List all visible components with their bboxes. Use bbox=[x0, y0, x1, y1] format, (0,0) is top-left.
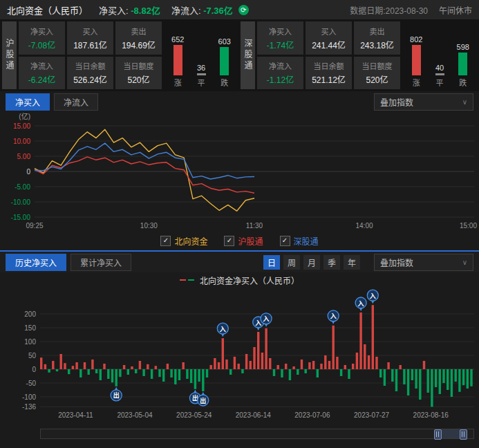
up-count-column: 652涨 bbox=[171, 35, 184, 88]
svg-text:2023-06-14: 2023-06-14 bbox=[236, 411, 272, 419]
date-range-slider[interactable] bbox=[40, 429, 474, 439]
checkbox-shengutong[interactable]: ✓ bbox=[280, 236, 290, 246]
stat-label: 卖出 bbox=[370, 26, 385, 37]
intraday-chart[interactable]: 15.0010.005.000-5.00-10.00-15.0009:2510:… bbox=[0, 112, 479, 231]
stat-value: 187.61亿 bbox=[73, 39, 107, 50]
slider-handle-left[interactable] bbox=[434, 429, 442, 440]
tab-cumulative-net-buy[interactable]: 累计净买入 bbox=[71, 254, 131, 271]
data-date: 数据日期:2023-08-30 bbox=[350, 4, 428, 16]
legend-label: 深股通 bbox=[294, 235, 319, 247]
legend-item-hugutong[interactable]: ✓沪股通 bbox=[224, 235, 263, 247]
stat-label: 净买入 bbox=[269, 26, 292, 37]
tab-history-net-buy[interactable]: 历史净买入 bbox=[6, 254, 66, 271]
period-day-button[interactable]: 日 bbox=[263, 255, 280, 270]
flat-bar bbox=[435, 73, 444, 75]
panel-hugutong-name: 沪股通 bbox=[2, 21, 17, 89]
tab-net-buy[interactable]: 净买入 bbox=[6, 93, 50, 111]
history-net-buy-chart[interactable]: 200150100500-50-100-1362023-04-112023-05… bbox=[0, 288, 479, 423]
svg-text:0: 0 bbox=[26, 168, 30, 176]
svg-text:200: 200 bbox=[24, 310, 36, 318]
page-title: 北向资金（人民币） bbox=[7, 3, 88, 17]
svg-text:-100: -100 bbox=[22, 393, 36, 401]
stat-value: -1.12亿 bbox=[267, 73, 294, 85]
net-inflow-label: 净流入: bbox=[171, 6, 201, 16]
overlay-index-dropdown[interactable]: 叠加指数 ∨ bbox=[374, 93, 473, 111]
legend-item-shengutong[interactable]: ✓深股通 bbox=[280, 235, 319, 247]
down-count-column: 598跌 bbox=[457, 43, 469, 88]
flat-count-column: 40平 bbox=[435, 64, 444, 88]
stat-value: 521.12亿 bbox=[312, 73, 346, 85]
legend-label: 北向资金 bbox=[174, 235, 207, 247]
connect-panels: 沪股通 净买入-7.08亿 买入187.61亿 卖出194.69亿 净流入-6.… bbox=[0, 19, 479, 91]
stat-cell: 卖出243.18亿 bbox=[354, 21, 400, 55]
stat-label: 当日额度 bbox=[124, 60, 154, 71]
stat-label: 买入 bbox=[83, 26, 98, 37]
stat-cell: 当日额度520亿 bbox=[115, 57, 162, 90]
svg-text:2023-08-16: 2023-08-16 bbox=[413, 411, 449, 419]
svg-text:10.00: 10.00 bbox=[13, 138, 30, 145]
tab-net-inflow[interactable]: 净流入 bbox=[54, 93, 98, 111]
svg-text:入: 入 bbox=[357, 300, 364, 307]
refresh-icon[interactable]: ⟳ bbox=[238, 5, 249, 15]
legend-item-beixiang[interactable]: ✓北向资金 bbox=[160, 235, 207, 247]
svg-text:150: 150 bbox=[24, 324, 36, 332]
svg-text:14:00: 14:00 bbox=[355, 222, 373, 230]
overlay-index-label: 叠加指数 bbox=[380, 256, 413, 268]
chevron-down-icon: ∨ bbox=[462, 259, 467, 266]
svg-text:2023-04-11: 2023-04-11 bbox=[58, 411, 93, 419]
down-label: 跌 bbox=[459, 77, 467, 88]
svg-text:50: 50 bbox=[28, 352, 37, 360]
legend-label: 沪股通 bbox=[238, 235, 263, 247]
period-quarter-button[interactable]: 季 bbox=[323, 255, 340, 270]
svg-text:15:00: 15:00 bbox=[460, 222, 477, 230]
overlay-index-dropdown-2[interactable]: 叠加指数 ∨ bbox=[374, 254, 473, 271]
panel-shengutong-name: 深股通 bbox=[241, 21, 255, 89]
svg-text:-5.00: -5.00 bbox=[15, 183, 30, 191]
stat-cell: 卖出194.69亿 bbox=[115, 21, 162, 55]
svg-text:-50: -50 bbox=[26, 380, 37, 387]
up-bar bbox=[173, 45, 182, 75]
svg-text:-136: -136 bbox=[22, 403, 36, 411]
up-label: 涨 bbox=[413, 77, 420, 88]
flat-count: 40 bbox=[435, 64, 444, 72]
header-bar: 北向资金（人民币） 净买入: -8.82亿 净流入: -7.36亿 ⟳ 数据日期… bbox=[0, 0, 479, 19]
period-month-button[interactable]: 月 bbox=[303, 255, 320, 270]
period-year-button[interactable]: 年 bbox=[344, 255, 360, 270]
shengutong-breadth-chart: 802涨 40平 598跌 bbox=[402, 21, 477, 89]
market-status: 午间休市 bbox=[439, 4, 472, 16]
slider-handle-right[interactable] bbox=[460, 429, 467, 440]
stat-cell: 当日余额526.24亿 bbox=[67, 57, 113, 90]
stat-value: -1.74亿 bbox=[267, 39, 294, 50]
checkbox-hugutong[interactable]: ✓ bbox=[224, 236, 234, 246]
checkbox-beixiang[interactable]: ✓ bbox=[160, 236, 171, 246]
stat-cell: 净买入-7.08亿 bbox=[19, 21, 65, 55]
stat-label: 净流入 bbox=[269, 60, 292, 71]
hugutong-stats: 净买入-7.08亿 买入187.61亿 卖出194.69亿 净流入-6.24亿 … bbox=[19, 21, 162, 89]
svg-text:2023-05-24: 2023-05-24 bbox=[176, 411, 212, 419]
stat-value: 243.18亿 bbox=[360, 39, 394, 50]
stat-label: 买入 bbox=[321, 26, 337, 37]
stat-value: 520亿 bbox=[366, 73, 388, 85]
stat-label: 净买入 bbox=[30, 26, 53, 37]
flat-count: 36 bbox=[197, 64, 205, 72]
panel-hugutong: 沪股通 净买入-7.08亿 买入187.61亿 卖出194.69亿 净流入-6.… bbox=[2, 21, 238, 89]
stat-label: 当日余额 bbox=[314, 60, 344, 71]
intraday-legend: ✓北向资金 ✓沪股通 ✓深股通 bbox=[0, 231, 479, 250]
hugutong-breadth-chart: 652涨 36平 603跌 bbox=[164, 21, 238, 89]
flow-tabs-row: 净买入 净流入 叠加指数 ∨ bbox=[0, 91, 479, 112]
svg-text:5.00: 5.00 bbox=[17, 153, 31, 160]
svg-text:入: 入 bbox=[369, 292, 376, 299]
panel-shengutong: 深股通 净买入-1.74亿 买入241.44亿 卖出243.18亿 净流入-1.… bbox=[241, 21, 477, 89]
down-count: 603 bbox=[218, 37, 231, 46]
legend-dash-red bbox=[180, 279, 186, 281]
period-week-button[interactable]: 周 bbox=[283, 255, 300, 270]
down-count-column: 603跌 bbox=[218, 37, 231, 88]
stat-label: 当日余额 bbox=[75, 60, 106, 71]
period-button-group: 日 周 月 季 年 bbox=[263, 255, 360, 270]
up-count-column: 802涨 bbox=[410, 35, 422, 88]
stat-cell: 净买入-1.74亿 bbox=[257, 21, 303, 55]
up-bar bbox=[412, 45, 421, 75]
svg-text:2023-07-27: 2023-07-27 bbox=[354, 411, 390, 419]
stat-value: 526.24亿 bbox=[73, 73, 107, 85]
stat-value: -7.08亿 bbox=[28, 39, 55, 50]
